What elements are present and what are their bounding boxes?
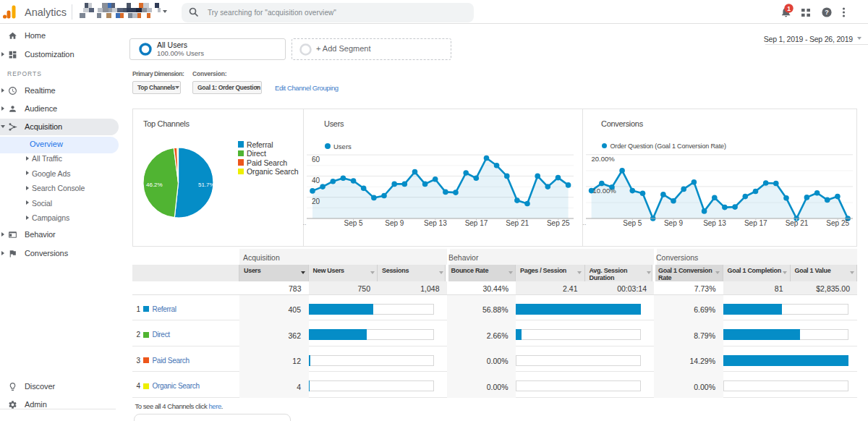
svg-text:...: ... <box>582 219 587 226</box>
svg-text:60: 60 <box>312 156 320 163</box>
svg-text:?: ? <box>825 9 829 16</box>
svg-text:20: 20 <box>312 197 320 205</box>
svg-text:51.7%: 51.7% <box>198 182 215 188</box>
svg-text:46.2%: 46.2% <box>146 182 163 188</box>
svg-text:20.00%: 20.00% <box>592 155 616 163</box>
svg-text:10.00%: 10.00% <box>593 187 617 195</box>
svg-text:...: ... <box>303 219 307 226</box>
svg-text:1: 1 <box>787 5 791 12</box>
svg-text:40: 40 <box>312 177 320 184</box>
